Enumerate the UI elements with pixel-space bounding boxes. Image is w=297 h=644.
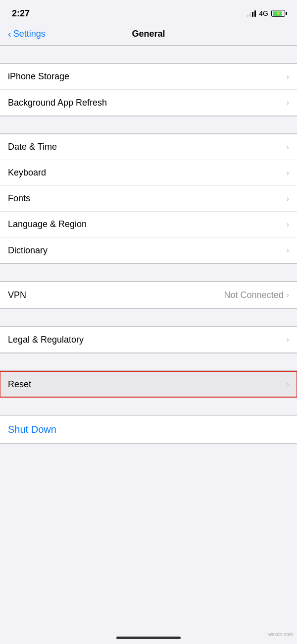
vpn-status: Not Connected	[224, 290, 284, 300]
list-item[interactable]: Keyboard ›	[0, 160, 297, 186]
back-label: Settings	[13, 29, 46, 39]
row-label-vpn: VPN	[8, 290, 26, 300]
row-label-iphone-storage: iPhone Storage	[8, 71, 69, 82]
row-right: Not Connected ›	[224, 290, 289, 300]
row-label-language-region: Language & Region	[8, 219, 87, 230]
list-item[interactable]: iPhone Storage ›	[0, 64, 297, 90]
status-bar: 2:27 4G ⚡	[0, 0, 297, 25]
page-title: General	[132, 29, 165, 39]
chevron-right-icon: ›	[287, 169, 289, 177]
chevron-right-icon: ›	[287, 98, 289, 107]
spacer-3	[0, 264, 297, 282]
row-right: ›	[287, 169, 289, 177]
settings-content: iPhone Storage › Background App Refresh …	[0, 46, 297, 444]
chevron-right-icon: ›	[287, 335, 289, 344]
row-label-date-time: Date & Time	[8, 142, 57, 152]
row-label-reset: Reset	[8, 379, 31, 390]
spacer-top	[0, 46, 297, 63]
shut-down-button[interactable]: Shut Down	[8, 424, 56, 435]
list-item[interactable]: Dictionary ›	[0, 237, 297, 263]
section-datetime-lang: Date & Time › Keyboard › Fonts › Languag…	[0, 134, 297, 264]
row-right: ›	[287, 380, 289, 389]
chevron-right-icon: ›	[287, 246, 289, 255]
network-label: 4G	[259, 9, 268, 17]
back-button[interactable]: ‹ Settings	[8, 29, 46, 39]
chevron-right-icon: ›	[287, 291, 289, 299]
row-label-keyboard: Keyboard	[8, 168, 46, 178]
chevron-right-icon: ›	[287, 220, 289, 229]
row-right: ›	[287, 98, 289, 107]
shut-down-row: Shut Down	[0, 415, 297, 444]
spacer-4	[0, 308, 297, 326]
home-indicator	[116, 637, 181, 639]
battery-icon: ⚡	[271, 10, 285, 17]
row-label-dictionary: Dictionary	[8, 245, 48, 256]
nav-header: ‹ Settings General	[0, 25, 297, 46]
row-right: ›	[287, 143, 289, 152]
chevron-right-icon: ›	[287, 143, 289, 152]
section-vpn: VPN Not Connected ›	[0, 282, 297, 308]
list-item[interactable]: Fonts ›	[0, 186, 297, 212]
section-reset: Reset ›	[0, 371, 297, 398]
spacer-2	[0, 116, 297, 134]
list-item[interactable]: Legal & Regulatory ›	[0, 327, 297, 352]
row-right: ›	[287, 194, 289, 203]
section-storage-refresh: iPhone Storage › Background App Refresh …	[0, 63, 297, 116]
row-label-legal-regulatory: Legal & Regulatory	[8, 335, 84, 345]
row-right: ›	[287, 335, 289, 344]
section-legal: Legal & Regulatory ›	[0, 326, 297, 353]
watermark: wsxdn.com	[268, 632, 293, 637]
row-label-background-app-refresh: Background App Refresh	[8, 98, 107, 108]
chevron-right-icon: ›	[287, 380, 289, 389]
status-time: 2:27	[12, 8, 30, 19]
chevron-right-icon: ›	[287, 72, 289, 81]
back-chevron-icon: ‹	[8, 29, 11, 39]
row-right: ›	[287, 220, 289, 229]
status-icons: 4G ⚡	[247, 9, 285, 17]
list-item[interactable]: Background App Refresh ›	[0, 90, 297, 116]
row-label-fonts: Fonts	[8, 193, 30, 204]
signal-icon	[247, 10, 256, 17]
reset-row[interactable]: Reset ›	[0, 371, 297, 397]
spacer-5	[0, 353, 297, 371]
row-right: ›	[287, 72, 289, 81]
list-item[interactable]: VPN Not Connected ›	[0, 282, 297, 308]
list-item[interactable]: Date & Time ›	[0, 134, 297, 160]
chevron-right-icon: ›	[287, 194, 289, 203]
row-right: ›	[287, 246, 289, 255]
list-item[interactable]: Language & Region ›	[0, 212, 297, 237]
